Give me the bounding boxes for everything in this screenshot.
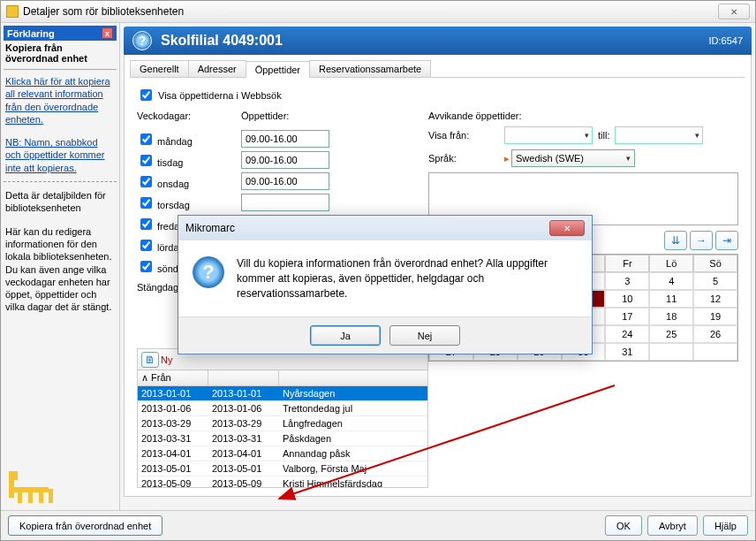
closed-days-table-wrap: 🗎 Ny ∧ Från [137,348,428,481]
header-question-icon[interactable]: ? [132,31,152,50]
svg-rect-3 [18,492,22,503]
day-check-1[interactable]: tisdag [137,157,183,168]
table-row[interactable]: 2013-05-012013-05-01Valborg, Första Maj [138,461,427,476]
sidebar-para-3b: Här kan du redigera informationen för de… [4,220,117,319]
tab-reservation[interactable]: Reservationssamarbete [309,60,431,77]
table-row[interactable]: 2013-01-012013-01-01Nyårsdagen [138,386,427,401]
window-title: Detaljer som rör biblioteksenheten [23,5,718,18]
day-time-input-2[interactable]: 09.00-16.00 [241,172,329,190]
calendar-cell[interactable]: 4 [649,272,693,290]
footer: Kopiera från överordnad enhet OK Avbryt … [1,510,755,540]
table-row[interactable]: 2013-03-292013-03-29Långfredagen [138,416,427,431]
logo [4,461,117,515]
cal-end-button[interactable]: ⇥ [715,231,738,250]
tab-strip: Generellt Adresser Öppettider Reservatio… [130,60,745,78]
svg-rect-5 [39,492,43,503]
new-doc-icon[interactable]: 🗎 [141,352,159,368]
confirm-dialog: Mikromarc ✕ ? Vill du kopiera informatio… [178,215,593,354]
date-to-input[interactable]: ▾ [615,126,703,144]
deviating-heading: Avvikande öppettider: [428,110,738,121]
calendar-cell[interactable]: 3 [605,272,649,290]
language-select[interactable]: Swedish (SWE) ▾ [511,149,635,167]
sidebar-para-3a: Detta är detaljbilden för biblioteksenhe… [4,184,117,220]
tab-adresser[interactable]: Adresser [188,60,246,77]
show-from-label: Visa från: [428,130,499,141]
col-from[interactable]: ∧ Från [138,370,208,386]
table-row[interactable]: 2013-03-312013-03-31Påskdagen [138,431,427,446]
tab-generellt[interactable]: Generellt [130,60,189,77]
copy-from-parent-button[interactable]: Kopiera från överordnad enhet [8,515,163,536]
help-button[interactable]: Hjälp [703,515,748,536]
calendar-cell[interactable]: 11 [649,290,693,308]
dialog-text: Vill du kopiera informationen från övero… [237,256,578,301]
svg-rect-4 [28,492,33,503]
calendar-cell[interactable]: 19 [693,308,737,325]
show-websok-check[interactable] [140,89,152,101]
cal-right-button[interactable]: → [690,231,713,250]
sidebar-para-1: Klicka här för att kopiera all relevant … [4,70,117,131]
app-icon [6,5,19,18]
dialog-titlebar[interactable]: Mikromarc ✕ [178,216,592,240]
cal-down-button[interactable]: ⇊ [664,231,687,250]
required-marker: ▸ [504,153,510,164]
dialog-close-button[interactable]: ✕ [549,220,585,236]
header-id: ID:6547 [708,35,743,46]
calendar-cell[interactable]: 5 [693,272,737,290]
calendar-cell[interactable]: 24 [605,325,649,343]
dialog-title: Mikromarc [185,222,549,234]
calendar-cell[interactable]: 10 [605,290,649,308]
question-icon: ? [193,256,224,288]
table-row[interactable]: 2013-01-062013-01-06Trettondedag jul [138,401,427,416]
cancel-button[interactable]: Avbryt [647,515,698,536]
language-label: Språk: [428,153,499,164]
sidebar-heading: Förklaring [7,28,55,39]
sidebar-close-icon[interactable]: x [102,27,113,39]
app-window: Detaljer som rör biblioteksenheten ✕ För… [0,0,756,541]
sidebar-header: Förklaring x [4,26,117,41]
show-websok-checkbox[interactable]: Visa öppettiderna i Webbsök [137,87,738,103]
label-times: Öppettider: [241,110,289,121]
sidebar-link-title: Kopiera från överordnad enhet [4,41,117,70]
calendar-cell[interactable] [693,343,737,361]
day-check-2[interactable]: onsdag [137,179,189,189]
day-check-3[interactable]: torsdag [137,200,190,210]
calendar-cell[interactable]: 26 [693,325,737,343]
label-weekdays: Veckodagar: [137,110,234,121]
dialog-yes-button[interactable]: Ja [310,325,381,346]
svg-rect-6 [49,489,53,503]
closed-days-table: ∧ Från [137,370,428,386]
ok-button[interactable]: OK [605,515,642,536]
header-title: Skolfilial 4049:001 [161,33,708,49]
new-button-label[interactable]: Ny [161,354,172,365]
calendar-cell[interactable] [649,343,693,361]
sidebar: Förklaring x Kopiera från överordnad enh… [1,23,120,518]
till-label: till: [598,130,609,141]
svg-rect-2 [9,487,49,492]
table-row[interactable]: 2013-04-012013-04-01Annandag påsk [138,446,427,461]
calendar-cell[interactable]: 17 [605,308,649,325]
day-time-input-0[interactable]: 09.00-16.00 [241,130,329,148]
day-time-input-1[interactable]: 09.00-16.00 [241,151,329,169]
sidebar-para-2: NB: Namn, snabbkod och öppettider kommer… [4,131,117,179]
table-row[interactable]: 2013-05-092013-05-09Kristi Himmelsfärdsd… [138,476,427,489]
dialog-no-button[interactable]: Nej [389,325,460,346]
day-time-input-3[interactable] [241,194,329,211]
titlebar: Detaljer som rör biblioteksenheten ✕ [1,1,755,23]
tab-oppettider[interactable]: Öppettider [246,61,310,78]
day-check-0[interactable]: måndag [137,136,193,147]
calendar-cell[interactable]: 25 [649,325,693,343]
header: ? Skolfilial 4049:001 ID:6547 [124,27,752,55]
calendar-cell[interactable]: 31 [605,343,649,361]
calendar-cell[interactable]: 12 [693,290,737,308]
date-from-input[interactable]: ▾ [504,126,593,144]
calendar-cell[interactable]: 18 [649,308,693,325]
svg-rect-0 [9,471,18,480]
window-close-button[interactable]: ✕ [718,4,750,19]
